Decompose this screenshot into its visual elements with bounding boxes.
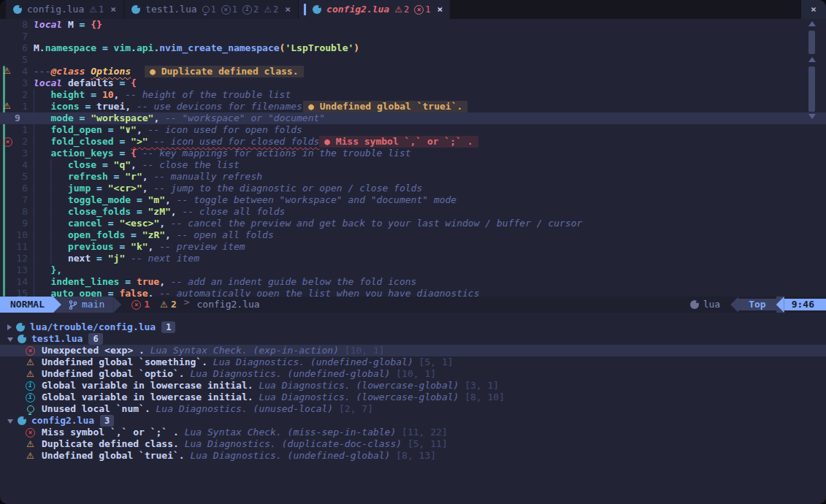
trouble-diagnostic-row[interactable]: iGlobal variable in lowercase initial. L…: [0, 392, 826, 403]
lua-file-icon: [18, 335, 26, 343]
trouble-diagnostic-row[interactable]: ×Unexpected <exp> . Lua Syntax Check. (e…: [0, 345, 826, 356]
diagnostic-code: (duplicate-doc-class): [282, 438, 408, 450]
trouble-diagnostic-row[interactable]: ⚠Undefined global `something`. Lua Diagn…: [0, 356, 826, 368]
diagnostic-virtual-text: ● Undefined global `truei`.: [303, 101, 467, 112]
diagnostic-virtual-text: ● Duplicate defined class.: [145, 66, 304, 77]
diagnostic-message: Undefined global `optio`.: [42, 368, 191, 380]
line-number: 2: [10, 89, 28, 101]
code-line[interactable]: 1▏ fold_open = "∨", -- icon used for ope…: [0, 124, 826, 136]
tab-label: config.lua: [27, 4, 84, 15]
mode-label: NORMAL: [10, 299, 45, 310]
code-line[interactable]: 2×▏ fold_closed = ">" -- icon used for c…: [0, 136, 826, 148]
diagnostic-virtual-text: ● Miss symbol `,` or `;` .: [319, 136, 478, 148]
tab-config2.lua[interactable]: config2.lua⚠2×1×: [299, 0, 450, 19]
code-line[interactable]: 4▏ ▏ close = "q", -- close the list: [0, 159, 826, 171]
line-number: 3: [10, 148, 28, 159]
code-line[interactable]: 6▏ ▏ jump = "<cr>", -- jump to the diagn…: [0, 183, 826, 194]
error-icon: ×: [26, 346, 35, 356]
diagnostic-source: Lua Diagnostics.: [259, 380, 356, 392]
line-number: 13: [10, 264, 28, 276]
diagnostic-source: Lua Diagnostics.: [191, 450, 288, 462]
trouble-file-row[interactable]: lua/trouble/config.lua1: [0, 321, 826, 333]
tab-label: config2.lua: [326, 4, 389, 15]
scrollbar-up-arrow[interactable]: [808, 57, 816, 62]
diagnostic-source: Lua Syntax Check.: [185, 427, 288, 438]
close-icon[interactable]: ×: [283, 4, 291, 15]
info-icon: i: [26, 381, 35, 391]
warning-count-badge: ⚠2: [394, 4, 409, 15]
code-line[interactable]: 13▏ },: [0, 264, 826, 276]
trouble-diagnostic-row[interactable]: ⚠Undefined global `optio`. Lua Diagnosti…: [0, 368, 826, 380]
close-icon[interactable]: ×: [109, 4, 116, 15]
diagnostic-code: (lowercase-global): [356, 392, 464, 403]
tab-test1.lua[interactable]: test1.lua1×1i2⚠2×: [124, 0, 298, 19]
line-number: 2: [10, 136, 28, 148]
scrollbar-thumb[interactable]: [808, 66, 815, 112]
code-editor[interactable]: 8local M = {}76M.namespace = vim.api.nvi…: [0, 19, 826, 297]
warning-count-badge: ⚠2: [264, 4, 278, 15]
code-line[interactable]: 2▏ height = 10, -- height of the trouble…: [0, 89, 826, 101]
line-number: 9: [15, 112, 32, 124]
diagnostic-position: [3, 1]: [464, 380, 499, 392]
code-line[interactable]: 15▏ auto_open = false, -- automatically …: [0, 288, 826, 297]
line-number: 4: [10, 66, 28, 77]
hint-count-badge: 1: [202, 4, 216, 15]
code-line[interactable]: 7: [0, 31, 826, 42]
close-icon[interactable]: ×: [435, 4, 443, 15]
statusline-right: lua Top 9:46: [690, 297, 826, 313]
code-line[interactable]: 3▏ action_keys = { -- key mappings for a…: [0, 148, 826, 159]
code-line[interactable]: 8▏ ▏ close_folds = "zM", -- close all fo…: [0, 206, 826, 218]
scrollbar-down-arrow[interactable]: [808, 114, 816, 119]
code-line[interactable]: 1⚠▏ icons = truei, -- use devicons for f…: [0, 101, 826, 112]
trouble-file-row[interactable]: test1.lua6: [0, 333, 826, 345]
trouble-diagnostic-row[interactable]: ×Miss symbol `,` or `;` . Lua Syntax Che…: [0, 427, 826, 438]
trouble-diagnostic-row[interactable]: ⚠Duplicate defined class. Lua Diagnostic…: [0, 438, 826, 450]
code-line[interactable]: 5: [0, 54, 826, 66]
code-text: ▏ ▏ toggle_mode = "m", -- toggle between…: [34, 194, 456, 206]
powerline-separator: [53, 297, 61, 313]
code-line[interactable]: 11▏ ▏ previous = "k", -- preview item: [0, 241, 826, 253]
scrollbar-thumb[interactable]: [808, 31, 815, 54]
code-line[interactable]: 6M.namespace = vim.api.nvim_create_names…: [0, 42, 826, 54]
statusline-error-count: × 1: [131, 297, 150, 313]
filetype-label: lua: [703, 299, 720, 310]
code-line[interactable]: 9▏ mode = "workspace", -- "workspace" or…: [0, 112, 826, 124]
mode-indicator: NORMAL: [0, 297, 53, 313]
code-line[interactable]: 7▏ ▏ toggle_mode = "m", -- toggle betwee…: [0, 194, 826, 206]
active-tab-indicator: [304, 4, 306, 15]
scrollbar-up-arrow[interactable]: [808, 21, 816, 26]
line-number: 8: [10, 206, 28, 218]
window-close-button[interactable]: ×: [801, 0, 826, 19]
diagnostic-position: [5, 1]: [419, 356, 454, 368]
code-line[interactable]: 4⚠---@class Options● Duplicate defined c…: [0, 66, 826, 77]
hint-icon: [27, 405, 34, 413]
trouble-file-row[interactable]: config2.lua3: [0, 415, 826, 427]
code-line[interactable]: 9▏ ▏ cancel = "<esc>", -- cancel the pre…: [0, 218, 826, 229]
warning-icon: ⚠: [26, 451, 35, 460]
error-icon: ×: [26, 428, 35, 438]
tab-config.lua[interactable]: config.lua⚠1×: [6, 0, 123, 19]
error-icon: ×: [221, 5, 231, 15]
code-text: ▏ ▏ close = "q", -- close the list: [34, 159, 240, 171]
warning-icon: ⚠: [26, 358, 34, 367]
cursor-position: 9:46: [784, 299, 826, 310]
trouble-diagnostic-row[interactable]: iGlobal variable in lowercase initial. L…: [0, 380, 826, 392]
diagnostic-message: Undefined global `something`.: [42, 356, 213, 368]
code-line[interactable]: 10▏ ▏ open_folds = "zR", -- open all fol…: [0, 229, 826, 241]
line-number: 1: [10, 101, 28, 112]
code-line[interactable]: 8local M = {}: [0, 19, 826, 31]
diagnostic-source: Lua Diagnostics.: [156, 403, 253, 415]
error-count-badge: ×1: [414, 4, 430, 15]
trouble-diagnostic-row[interactable]: ⚠Undefined global `truei`. Lua Diagnosti…: [0, 450, 826, 462]
code-line[interactable]: 14▏ indent_lines = true, -- add an inden…: [0, 276, 826, 288]
diagnostic-code: (undefined-global): [288, 450, 397, 462]
chevron-down-icon: [7, 337, 13, 342]
code-line[interactable]: 3local defaults = {: [0, 77, 826, 89]
git-branch-segment: main: [61, 297, 113, 313]
code-line[interactable]: 5▏ ▏ refresh = "r", -- manually refresh: [0, 171, 826, 183]
diagnostic-source: Lua Diagnostics.: [213, 356, 310, 368]
warning-icon: ⚠: [3, 66, 11, 75]
info-icon: i: [26, 381, 35, 391]
trouble-diagnostic-row[interactable]: Unused local `num`. Lua Diagnostics. (un…: [0, 403, 826, 415]
code-line[interactable]: 12▏ ▏ next = "j" -- next item: [0, 253, 826, 264]
